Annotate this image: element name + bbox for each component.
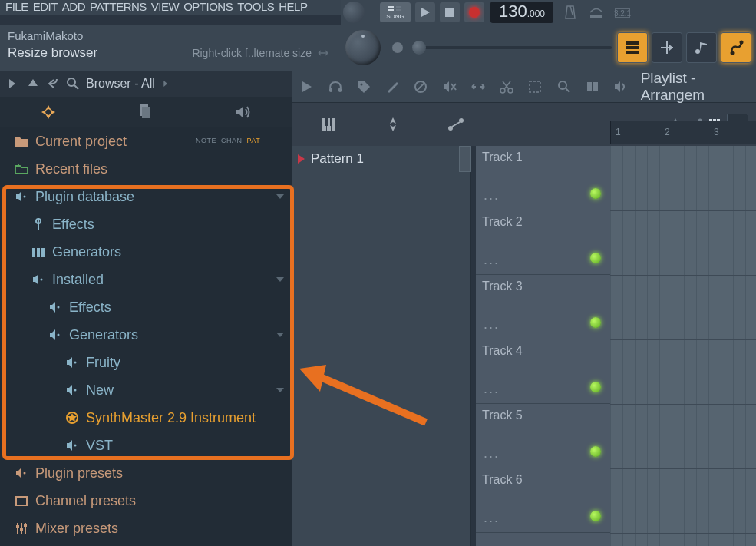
mode-keys-icon[interactable] xyxy=(318,112,342,137)
track-menu-icon[interactable]: ... xyxy=(484,187,500,204)
metronome-icon[interactable] xyxy=(557,0,583,25)
track-header[interactable]: Track 5... xyxy=(476,404,610,468)
pattern-scroll-thumb[interactable] xyxy=(459,146,471,172)
slip-icon[interactable] xyxy=(469,77,487,97)
svg-marker-21 xyxy=(28,79,38,86)
speaker-toolbar-icon[interactable] xyxy=(612,77,629,97)
menu-options[interactable]: OPTIONS xyxy=(181,0,235,15)
tree-mixer-presets[interactable]: Mixer presets xyxy=(0,515,292,542)
playback-icon[interactable] xyxy=(583,77,601,97)
svg-marker-53 xyxy=(16,468,21,478)
countdown-icon[interactable]: 3.2.1 xyxy=(609,0,636,25)
disable-icon[interactable] xyxy=(412,77,430,97)
tree-plugin-database[interactable]: Plugin database xyxy=(0,183,292,210)
slider-thumb[interactable] xyxy=(412,41,426,55)
documents-icon[interactable] xyxy=(137,103,155,121)
tree-installed-effects[interactable]: Effects xyxy=(0,293,292,321)
zoom-icon[interactable] xyxy=(555,77,573,97)
track-menu-icon[interactable]: ... xyxy=(484,445,500,462)
tempo-int: 130 xyxy=(499,2,527,22)
tree-new[interactable]: New xyxy=(0,376,292,404)
menu-help[interactable]: HELP xyxy=(276,0,309,15)
browser-tree: Current project Recent files Plugin data… xyxy=(0,127,292,546)
svg-marker-87 xyxy=(390,125,396,131)
piano-roll-button[interactable] xyxy=(652,32,682,63)
track-led-icon[interactable] xyxy=(590,317,601,328)
song-pat-toggle[interactable]: SONG xyxy=(380,2,411,22)
knob-small[interactable] xyxy=(343,2,365,23)
track-menu-icon[interactable]: ... xyxy=(484,510,500,526)
svg-rect-7 xyxy=(590,15,593,18)
tree-vst[interactable]: VST xyxy=(0,432,292,459)
tree-fruity[interactable]: Fruity xyxy=(0,349,292,376)
select-icon[interactable] xyxy=(527,77,544,97)
tree-effects[interactable]: Effects xyxy=(0,210,292,238)
tree-generators[interactable]: Generators xyxy=(0,238,292,266)
mode-wave-icon[interactable] xyxy=(381,112,405,137)
up-icon[interactable] xyxy=(26,77,40,91)
playlist-grid[interactable] xyxy=(610,146,756,546)
menu-view[interactable]: VIEW xyxy=(149,0,181,15)
tree-plugin-presets[interactable]: Plugin presets xyxy=(0,459,292,487)
back-icon[interactable] xyxy=(46,77,60,91)
tree-installed[interactable]: Installed xyxy=(0,266,292,293)
track-header[interactable]: Track 1... xyxy=(476,146,610,210)
track-header[interactable]: Track 3... xyxy=(476,275,610,339)
search-icon[interactable] xyxy=(66,77,80,91)
ruler-mark: 1 xyxy=(616,127,621,137)
menu-tools[interactable]: TOOLS xyxy=(235,0,276,15)
track-led-icon[interactable] xyxy=(590,446,601,457)
tree-channel-presets[interactable]: Channel presets xyxy=(0,487,292,515)
track-menu-icon[interactable]: ... xyxy=(484,252,500,268)
slice-icon[interactable] xyxy=(498,77,516,97)
stop-button[interactable] xyxy=(440,2,460,22)
channel-rack-button[interactable] xyxy=(686,32,717,63)
mute-icon[interactable] xyxy=(441,77,458,97)
chevron-right-icon[interactable] xyxy=(161,77,170,91)
svg-point-44 xyxy=(58,334,60,336)
tag-icon[interactable] xyxy=(355,77,372,97)
timeline-ruler[interactable]: 1 2 3 xyxy=(610,121,756,144)
audio-icon[interactable] xyxy=(234,103,253,121)
track-led-icon[interactable] xyxy=(590,511,601,521)
track-header[interactable]: Track 2... xyxy=(476,210,610,275)
speaker-icon xyxy=(64,355,80,370)
mode-label-note: NOTE xyxy=(193,137,219,144)
track-header[interactable]: Track 4... xyxy=(476,339,610,404)
menu-edit[interactable]: EDIT xyxy=(31,0,60,15)
collapse-icon[interactable] xyxy=(6,77,20,91)
track-menu-icon[interactable]: ... xyxy=(484,381,500,397)
brush-icon[interactable] xyxy=(384,77,401,97)
svg-line-67 xyxy=(417,83,424,91)
track-menu-icon[interactable]: ... xyxy=(484,316,500,333)
playlist-view-button[interactable] xyxy=(617,32,648,63)
track-header[interactable]: Track 6... xyxy=(476,468,610,533)
svg-marker-41 xyxy=(50,302,55,313)
mode-automation-icon[interactable] xyxy=(444,112,468,137)
svg-rect-75 xyxy=(530,81,540,92)
play-button[interactable] xyxy=(415,2,435,22)
track-led-icon[interactable] xyxy=(590,253,601,263)
track-led-icon[interactable] xyxy=(590,382,601,392)
mixer-button[interactable] xyxy=(721,32,751,63)
menu-add[interactable]: ADD xyxy=(60,0,87,15)
tree-synthmaster[interactable]: SynthMaster 2.9 Instrument xyxy=(0,404,292,432)
play-icon[interactable] xyxy=(298,77,315,97)
record-button[interactable] xyxy=(464,2,484,22)
favorites-icon[interactable] xyxy=(39,103,58,121)
menu-patterns[interactable]: PATTERNS xyxy=(87,0,149,15)
menu-file[interactable]: FILE xyxy=(3,0,31,15)
tempo-display[interactable]: 130.000 xyxy=(490,2,553,23)
tree-installed-generators[interactable]: Generators xyxy=(0,321,292,349)
headphones-icon[interactable] xyxy=(326,77,344,97)
tree-recent-files[interactable]: Recent files xyxy=(0,155,292,183)
master-pitch-slider[interactable] xyxy=(412,46,612,49)
track-led-icon[interactable] xyxy=(590,188,601,199)
pattern-item[interactable]: Pattern 1 xyxy=(292,146,470,172)
speaker-icon xyxy=(14,465,29,481)
wait-input-icon[interactable] xyxy=(583,0,609,25)
master-volume-knob[interactable] xyxy=(345,30,381,65)
svg-point-40 xyxy=(41,279,43,281)
recent-icon xyxy=(14,161,29,177)
svg-rect-61 xyxy=(24,524,27,527)
